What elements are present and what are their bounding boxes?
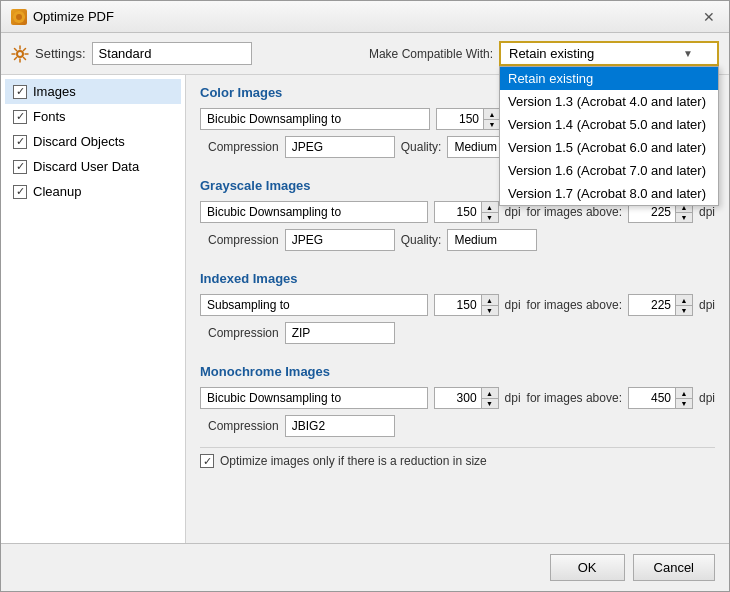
monochrome-for-images-spin-buttons: ▲ ▼: [675, 388, 692, 408]
color-dpi-down[interactable]: ▼: [484, 119, 500, 129]
monochrome-for-images-spinner[interactable]: ▲ ▼: [628, 387, 693, 409]
checkbox-images[interactable]: ✓: [13, 85, 27, 99]
svg-point-6: [17, 51, 23, 57]
sidebar-label-cleanup: Cleanup: [33, 184, 81, 199]
indexed-sampling-select[interactable]: Bicubic Downsampling to Subsampling to A…: [200, 294, 428, 316]
color-dpi-input[interactable]: [437, 109, 483, 129]
indexed-dpi-unit: dpi: [505, 298, 521, 312]
dropdown-item-retain[interactable]: Retain existing: [500, 67, 718, 90]
grayscale-dpi-unit: dpi: [505, 205, 521, 219]
indexed-dpi-spinner[interactable]: ▲ ▼: [434, 294, 499, 316]
settings-label: Settings:: [35, 46, 86, 61]
indexed-for-images-input[interactable]: [629, 295, 675, 315]
grayscale-dpi-input[interactable]: [435, 202, 481, 222]
indexed-for-images-up[interactable]: ▲: [676, 295, 692, 305]
dropdown-item-v14[interactable]: Version 1.4 (Acrobat 5.0 and later): [500, 113, 718, 136]
monochrome-dpi-spinner[interactable]: ▲ ▼: [434, 387, 499, 409]
indexed-dpi-up[interactable]: ▲: [482, 295, 498, 305]
monochrome-dpi-unit: dpi: [505, 391, 521, 405]
monochrome-for-images-input[interactable]: [629, 388, 675, 408]
sidebar-item-discard-user-data[interactable]: ✓ Discard User Data: [5, 154, 181, 179]
cancel-button[interactable]: Cancel: [633, 554, 715, 581]
monochrome-dpi-input[interactable]: [435, 388, 481, 408]
grayscale-compression-select[interactable]: JPEGZIPJPEG2000Off: [285, 229, 395, 251]
optimize-row: ✓ Optimize images only if there is a red…: [200, 447, 715, 474]
settings-row: Settings: Standard Custom: [11, 42, 252, 65]
compatible-dropdown-menu: Retain existing Version 1.3 (Acrobat 4.0…: [499, 66, 719, 206]
grayscale-for-images-down[interactable]: ▼: [676, 212, 692, 222]
monochrome-dpi-up[interactable]: ▲: [482, 388, 498, 398]
color-compression-select[interactable]: JPEGZIPJPEG2000Off: [285, 136, 395, 158]
svg-rect-5: [22, 16, 25, 18]
indexed-sampling-row: Bicubic Downsampling to Subsampling to A…: [200, 294, 715, 316]
monochrome-dpi-spin-buttons: ▲ ▼: [481, 388, 498, 408]
color-quality-label: Quality:: [401, 140, 442, 154]
svg-rect-2: [18, 11, 20, 14]
optimize-label: Optimize images only if there is a reduc…: [220, 454, 487, 468]
title-bar-left: Optimize PDF: [11, 9, 114, 25]
indexed-images-title: Indexed Images: [200, 271, 715, 286]
grayscale-dpi-spinner[interactable]: ▲ ▼: [434, 201, 499, 223]
monochrome-compression-select[interactable]: CCITT Group 4CCITT Group 3ZIPJBIG2Run Le…: [285, 415, 395, 437]
monochrome-images-title: Monochrome Images: [200, 364, 715, 379]
dropdown-item-v17[interactable]: Version 1.7 (Acrobat 8.0 and later): [500, 182, 718, 205]
monochrome-compression-label: Compression: [208, 419, 279, 433]
svg-point-1: [16, 14, 22, 20]
indexed-for-images-spinner[interactable]: ▲ ▼: [628, 294, 693, 316]
dropdown-item-v13[interactable]: Version 1.3 (Acrobat 4.0 and later): [500, 90, 718, 113]
footer: OK Cancel: [1, 543, 729, 591]
checkbox-cleanup[interactable]: ✓: [13, 185, 27, 199]
dropdown-item-v15[interactable]: Version 1.5 (Acrobat 6.0 and later): [500, 136, 718, 159]
settings-select[interactable]: Standard Custom: [92, 42, 252, 65]
sidebar-label-fonts: Fonts: [33, 109, 66, 124]
svg-rect-4: [13, 16, 16, 18]
checkbox-fonts[interactable]: ✓: [13, 110, 27, 124]
grayscale-for-images-unit: dpi: [699, 205, 715, 219]
sidebar-item-cleanup[interactable]: ✓ Cleanup: [5, 179, 181, 204]
checkbox-discard-objects[interactable]: ✓: [13, 135, 27, 149]
optimize-checkbox[interactable]: ✓: [200, 454, 214, 468]
indexed-for-images-spin-buttons: ▲ ▼: [675, 295, 692, 315]
grayscale-compression-row: Compression JPEGZIPJPEG2000Off Quality: …: [200, 229, 715, 251]
grayscale-quality-select[interactable]: MinimumLowMediumHighMaximum: [447, 229, 537, 251]
color-dpi-up[interactable]: ▲: [484, 109, 500, 119]
ok-button[interactable]: OK: [550, 554, 625, 581]
color-dpi-spinner[interactable]: ▲ ▼: [436, 108, 501, 130]
sidebar: ✓ Images ✓ Fonts ✓ Discard Objects ✓ Dis…: [1, 75, 186, 543]
sidebar-item-fonts[interactable]: ✓ Fonts: [5, 104, 181, 129]
monochrome-dpi-down[interactable]: ▼: [482, 398, 498, 408]
indexed-dpi-spin-buttons: ▲ ▼: [481, 295, 498, 315]
optimize-pdf-dialog: Optimize PDF ✕ Settings: Standard Custom…: [0, 0, 730, 592]
monochrome-for-images-down[interactable]: ▼: [676, 398, 692, 408]
monochrome-sampling-row: Bicubic Downsampling to ▲ ▼ dpi for imag…: [200, 387, 715, 409]
sidebar-label-images: Images: [33, 84, 76, 99]
sidebar-label-discard-objects: Discard Objects: [33, 134, 125, 149]
grayscale-dpi-up[interactable]: ▲: [482, 202, 498, 212]
compatible-select-button[interactable]: Retain existing ▼: [499, 41, 719, 66]
compatible-row: Make Compatible With: Retain existing ▼ …: [369, 41, 719, 66]
monochrome-sampling-select[interactable]: Bicubic Downsampling to: [200, 387, 428, 409]
color-sampling-select[interactable]: Bicubic Downsampling to: [200, 108, 430, 130]
sidebar-item-discard-objects[interactable]: ✓ Discard Objects: [5, 129, 181, 154]
sidebar-label-discard-user-data: Discard User Data: [33, 159, 139, 174]
compatible-dropdown[interactable]: Retain existing ▼ Retain existing Versio…: [499, 41, 719, 66]
grayscale-sampling-select[interactable]: Bicubic Downsampling to: [200, 201, 428, 223]
indexed-dpi-down[interactable]: ▼: [482, 305, 498, 315]
indexed-for-images-down[interactable]: ▼: [676, 305, 692, 315]
sidebar-item-images[interactable]: ✓ Images: [5, 79, 181, 104]
color-dpi-spin-buttons: ▲ ▼: [483, 109, 500, 129]
settings-icon: [11, 45, 29, 63]
grayscale-dpi-down[interactable]: ▼: [482, 212, 498, 222]
indexed-compression-select[interactable]: JPEGZIPJPEG2000Off: [285, 322, 395, 344]
checkbox-discard-user-data[interactable]: ✓: [13, 160, 27, 174]
monochrome-for-images-label: for images above:: [527, 391, 622, 405]
close-button[interactable]: ✕: [699, 7, 719, 27]
indexed-compression-row: Compression JPEGZIPJPEG2000Off: [200, 322, 715, 344]
dropdown-item-v16[interactable]: Version 1.6 (Acrobat 7.0 and later): [500, 159, 718, 182]
indexed-compression-label: Compression: [208, 326, 279, 340]
monochrome-for-images-up[interactable]: ▲: [676, 388, 692, 398]
compatible-selected-value: Retain existing: [509, 46, 594, 61]
indexed-dpi-input[interactable]: [435, 295, 481, 315]
grayscale-for-images-label: for images above:: [527, 205, 622, 219]
indexed-for-images-label: for images above:: [527, 298, 622, 312]
